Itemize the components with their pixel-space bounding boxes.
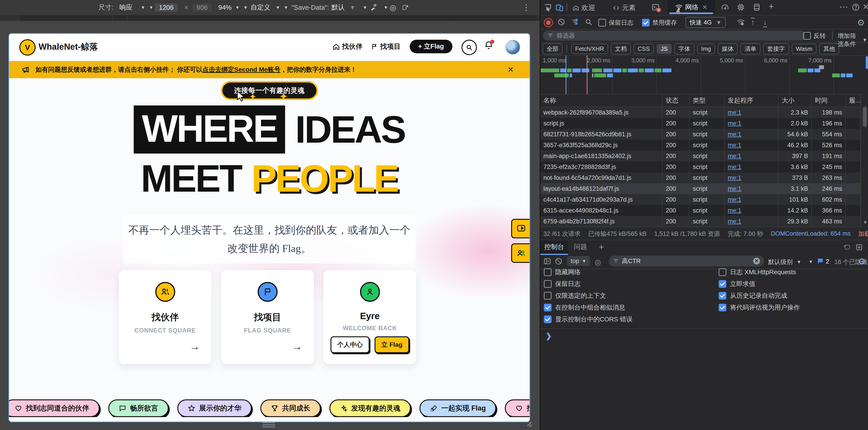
column-header[interactable]: 状态 xyxy=(662,94,690,107)
preserve-log-checkbox[interactable]: 保留日志 xyxy=(598,19,633,27)
device-mode-select[interactable]: 响应 xyxy=(119,0,132,15)
log-levels-select[interactable]: 默认级别▼ xyxy=(768,258,803,266)
viewport-width-input[interactable]: 1206 xyxy=(155,3,178,12)
resource-type-chip[interactable]: 全部 xyxy=(542,43,562,55)
invert-filter-checkbox[interactable]: 反转 xyxy=(803,32,826,40)
table-row[interactable]: webpack-262f896708a389a5.js200script me:… xyxy=(540,107,861,118)
console-tool-icon[interactable]: ✕ xyxy=(651,3,660,11)
initiator-link[interactable]: me:1 xyxy=(728,196,741,203)
initiator-link[interactable]: me:1 xyxy=(728,164,741,170)
performance-icon[interactable] xyxy=(721,3,729,11)
chevron-down-icon[interactable]: ▼ xyxy=(276,0,280,15)
console-setting-checkbox[interactable]: 将代码评估视为用户操作 xyxy=(719,304,800,311)
chevron-down-icon[interactable]: ▼ xyxy=(243,0,248,15)
feature-pill[interactable]: 一起实现 Flag xyxy=(420,399,496,417)
tab-welcome[interactable]: 欢迎 xyxy=(572,3,595,12)
feature-pill[interactable]: 找到志同道合的伙伴 xyxy=(8,399,100,417)
initiator-link[interactable]: me:1 xyxy=(728,218,741,225)
console-setting-checkbox[interactable]: 隐藏网络 xyxy=(544,269,632,275)
table-row[interactable]: c4c41a17-a634171d0e293a7d.js200script me… xyxy=(540,194,861,205)
console-setting-checkbox[interactable]: 仅限选定的上下文 xyxy=(544,292,632,299)
resource-type-chip[interactable]: 清单 xyxy=(740,43,761,55)
scroll-down-arrow[interactable]: ▼ xyxy=(863,220,868,225)
more-options-icon[interactable]: ⋮ xyxy=(522,0,530,15)
initiator-link[interactable]: me:1 xyxy=(728,207,741,214)
nav-find-projects[interactable]: 找项目 xyxy=(371,42,401,51)
feature-pill[interactable]: 展示你的才华 xyxy=(177,399,252,417)
create-flag-button[interactable]: + 立Flag xyxy=(410,40,453,53)
expand-panel-icon[interactable] xyxy=(855,243,863,251)
resource-type-chip[interactable]: 字体 xyxy=(674,43,694,55)
live-expression-icon[interactable]: ◎ xyxy=(595,258,601,266)
console-setting-checkbox[interactable]: 日志 XMLHttpRequests xyxy=(719,269,800,275)
initiator-link[interactable]: me:1 xyxy=(728,185,741,192)
initiator-link[interactable]: me:1 xyxy=(728,174,741,181)
console-setting-checkbox[interactable]: 保留日志 xyxy=(544,280,632,287)
table-row[interactable]: layout-ea14b466121daf7f.js200script me:1… xyxy=(540,183,861,194)
memory-icon[interactable] xyxy=(737,3,745,11)
more-tools-icon[interactable]: + xyxy=(769,1,774,11)
arrow-right-icon[interactable]: → xyxy=(190,341,200,352)
create-flag-card-button[interactable]: 立 Flag xyxy=(375,336,409,353)
card-find-projects[interactable]: 找项目 FLAG SQUARE → xyxy=(221,270,314,364)
toggle-device-toolbar-icon[interactable] xyxy=(555,3,564,12)
tab-console[interactable]: 控制台 xyxy=(540,240,568,255)
chevron-down-icon[interactable]: ▼ xyxy=(363,0,367,15)
table-row[interactable]: main-app-c1ae6181335a2402.js200script me… xyxy=(540,151,861,162)
network-conditions-icon[interactable] xyxy=(737,18,745,26)
site-brand[interactable]: WhaleNet-鲸落 xyxy=(39,41,98,53)
table-row[interactable]: 3657-e363f525a368d29c.js200script me:1 4… xyxy=(540,140,861,151)
console-sidebar-icon[interactable] xyxy=(544,257,551,265)
network-overview-timeline[interactable]: 1,000 ms2,000 ms3,000 ms4,000 ms5,000 ms… xyxy=(540,55,868,95)
bind-second-me-link[interactable]: 点击去绑定Second Me账号 xyxy=(203,66,281,73)
show-media-queries-icon[interactable]: ◎ xyxy=(390,0,396,15)
console-prompt-chevron[interactable]: ❯ xyxy=(546,332,552,340)
clear-filter-icon[interactable]: ✕ xyxy=(753,258,760,264)
chevron-down-icon[interactable]: ▼ xyxy=(349,0,355,15)
disable-cache-checkbox[interactable]: 禁用缓存 xyxy=(642,19,677,27)
chevron-down-icon[interactable]: ▼ xyxy=(149,0,153,15)
table-scrollbar[interactable]: ▼ xyxy=(861,94,868,227)
column-header[interactable]: 履... xyxy=(846,94,861,107)
initiator-link[interactable]: me:1 xyxy=(728,142,741,149)
chevron-down-icon[interactable]: ▼ xyxy=(284,0,288,15)
zoom-select[interactable]: 94% xyxy=(218,0,231,15)
close-devtools-icon[interactable]: ✕ xyxy=(863,2,868,11)
viewport-resize-handle[interactable] xyxy=(262,422,275,427)
site-logo[interactable]: V xyxy=(19,39,36,56)
column-header[interactable]: 大小 xyxy=(779,94,812,107)
tab-network[interactable]: 网络 ✕ xyxy=(668,0,715,14)
table-row[interactable]: 6821f731-918b265426cd9b81.js200script me… xyxy=(540,129,861,140)
console-setting-checkbox[interactable]: 在控制台中组合相似消息 xyxy=(544,304,632,311)
resource-type-chip[interactable]: 文档 xyxy=(611,43,631,55)
add-drawer-tab-icon[interactable]: + xyxy=(595,240,608,254)
initiator-link[interactable]: me:1 xyxy=(728,120,741,127)
save-data-select[interactable]: 默认 xyxy=(332,0,345,15)
throttling-select[interactable]: 快速 4G▼ xyxy=(685,17,726,28)
banner-close-icon[interactable]: ✕ xyxy=(507,65,514,74)
table-row[interactable]: 7235-ef2a3c7288828d3f.js200script me:1 3… xyxy=(540,162,861,172)
record-button[interactable] xyxy=(544,18,553,27)
tab-issues[interactable]: 问题 xyxy=(570,240,591,254)
console-settings-gear-icon[interactable]: ⚙ xyxy=(858,257,866,266)
viewport-height-input[interactable]: 906 xyxy=(192,3,212,12)
close-tab-icon[interactable]: ✕ xyxy=(702,4,707,11)
arrow-right-icon[interactable]: → xyxy=(292,341,302,352)
resource-type-chip[interactable]: Wasm xyxy=(792,44,816,54)
export-har-icon[interactable]: ↓ xyxy=(763,18,767,27)
initiator-link[interactable]: me:1 xyxy=(728,131,741,138)
chevron-down-icon[interactable]: ▼ xyxy=(141,0,145,15)
search-icon[interactable] xyxy=(585,18,592,26)
application-icon[interactable] xyxy=(753,3,761,11)
resource-type-chip[interactable]: JS xyxy=(657,44,672,54)
console-setting-checkbox[interactable]: 显示控制台中的CORS 错误 xyxy=(544,316,632,323)
help-icon[interactable] xyxy=(851,3,860,11)
card-find-partners[interactable]: 找伙伴 CONNECT SQUARE → xyxy=(119,270,212,364)
scrollbar-thumb[interactable] xyxy=(866,56,868,69)
chevron-down-icon[interactable]: ▼ xyxy=(235,0,240,15)
feedback-widget-button[interactable] xyxy=(511,219,530,238)
card-profile[interactable]: Eyre WELCOME BACK 个人中心 立 Flag xyxy=(323,270,416,364)
table-row[interactable]: 6759-a64b2b7130f82f4f.js200script me:1 2… xyxy=(540,216,861,227)
column-header[interactable]: 类型 xyxy=(690,94,724,107)
console-setting-checkbox[interactable]: 从历史记录自动完成 xyxy=(719,292,800,299)
